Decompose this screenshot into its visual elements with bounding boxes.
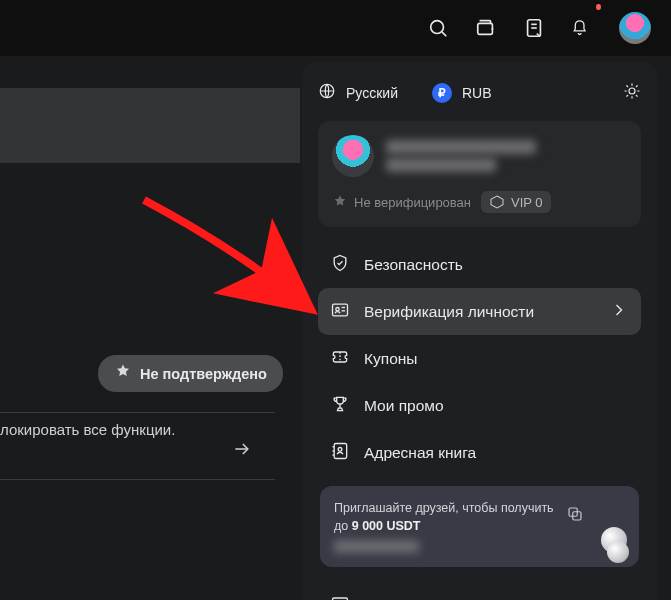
- account-dropdown: Русский ₽ RUB Не верифицирован VIP 0: [302, 62, 657, 600]
- svg-point-19: [336, 308, 339, 311]
- address-book-icon: [330, 441, 350, 464]
- status-badge-unconfirmed: Не подтверждено: [98, 355, 283, 392]
- theme-toggle-icon[interactable]: [623, 82, 641, 103]
- profile-text: [386, 140, 536, 172]
- shield-icon: [330, 253, 350, 276]
- sidebar-item-label: Верификация личности: [364, 303, 595, 321]
- svg-line-13: [626, 85, 628, 87]
- chevron-right-icon: [609, 300, 629, 323]
- orders-icon[interactable]: [523, 17, 545, 39]
- sidebar-item-label: Купоны: [364, 350, 629, 368]
- language-label[interactable]: Русский: [346, 85, 398, 101]
- sidebar-item-address-book[interactable]: Адресная книга: [318, 429, 641, 476]
- svg-line-14: [636, 95, 638, 97]
- continue-arrow-button[interactable]: [226, 438, 258, 460]
- sidebar-item-coupons[interactable]: Купоны: [318, 335, 641, 382]
- sidebar-item-api-keys[interactable]: Ключи API: [318, 581, 641, 600]
- api-icon: [330, 593, 350, 600]
- lang-currency-row: Русский ₽ RUB: [318, 82, 641, 103]
- svg-point-8: [629, 88, 635, 94]
- sidebar-item-security[interactable]: Безопасность: [318, 241, 641, 288]
- trophy-icon: [330, 394, 350, 417]
- vip-label: VIP 0: [511, 195, 543, 210]
- currency-label[interactable]: RUB: [462, 85, 492, 101]
- svg-rect-18: [333, 304, 348, 316]
- svg-line-1: [442, 32, 446, 36]
- wallet-icon[interactable]: [475, 17, 497, 39]
- bell-icon[interactable]: [571, 17, 593, 39]
- currency-chip[interactable]: ₽: [432, 83, 452, 103]
- sidebar-item-label: Адресная книга: [364, 444, 629, 462]
- page-subpanel: [0, 88, 300, 163]
- sidebar-item-identity-verification[interactable]: Верификация личности: [318, 288, 641, 335]
- svg-point-0: [431, 21, 444, 34]
- coin-stack-icon: [597, 527, 633, 563]
- search-icon[interactable]: [427, 17, 449, 39]
- profile-avatar: [332, 135, 374, 177]
- profile-card[interactable]: Не верифицирован VIP 0: [318, 121, 641, 227]
- topbar: [0, 0, 671, 56]
- referral-code-redacted: [334, 540, 419, 553]
- verification-status-chip: Не верифицирован: [332, 194, 471, 210]
- referral-line2: до 9 000 USDT: [334, 518, 587, 536]
- sidebar-item-promo[interactable]: Мои промо: [318, 382, 641, 429]
- ticket-icon: [330, 347, 350, 370]
- referral-card[interactable]: Приглашайте друзей, чтобы получить до 9 …: [320, 486, 639, 567]
- status-badge-label: Не подтверждено: [140, 366, 267, 382]
- sidebar-item-label: Мои промо: [364, 397, 629, 415]
- referral-line1: Приглашайте друзей, чтобы получить: [334, 500, 587, 518]
- profile-name-redacted: [386, 140, 536, 154]
- account-menu: Безопасность Верификация личности Купоны…: [318, 241, 641, 600]
- svg-marker-17: [491, 196, 503, 208]
- vip-chip[interactable]: VIP 0: [481, 191, 551, 213]
- profile-id-redacted: [386, 158, 496, 172]
- svg-rect-2: [478, 23, 493, 34]
- badge-star-icon: [114, 363, 132, 384]
- verification-status-label: Не верифицирован: [354, 195, 471, 210]
- svg-line-15: [626, 95, 628, 97]
- svg-line-16: [636, 85, 638, 87]
- avatar[interactable]: [619, 12, 651, 44]
- svg-point-25: [338, 448, 342, 452]
- globe-icon[interactable]: [318, 82, 336, 103]
- sidebar-item-label: Ключи API: [364, 596, 629, 601]
- sidebar-item-label: Безопасность: [364, 256, 629, 274]
- id-card-icon: [330, 300, 350, 323]
- copy-icon[interactable]: [563, 502, 587, 526]
